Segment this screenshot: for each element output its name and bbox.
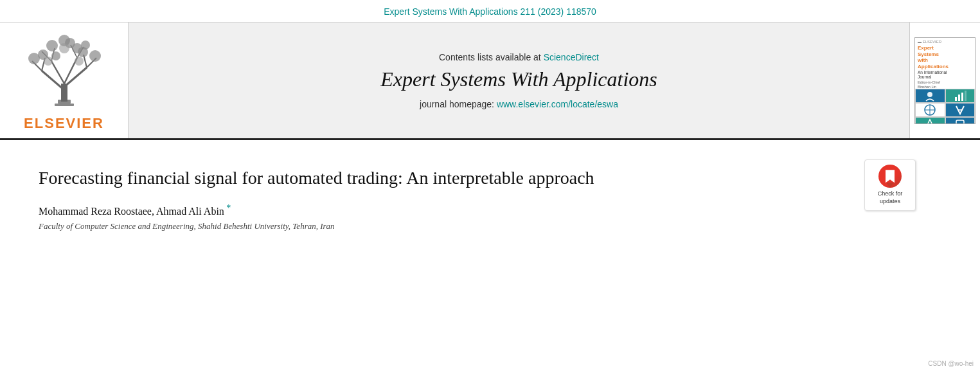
svg-point-26 <box>75 57 84 66</box>
svg-point-17 <box>46 40 58 51</box>
cover-icon-cell-3 <box>915 103 945 117</box>
cover-icon-cell-4 <box>945 103 976 117</box>
cover-journal-title: ExpertSystemswithApplications <box>918 45 972 69</box>
svg-point-28 <box>927 92 932 97</box>
svg-point-24 <box>81 41 90 50</box>
svg-rect-1 <box>55 104 74 106</box>
svg-rect-32 <box>965 91 967 101</box>
svg-point-25 <box>44 57 53 66</box>
svg-rect-31 <box>961 93 963 101</box>
asterisk-marker: * <box>224 203 231 213</box>
elsevier-brand-label: ELSEVIER <box>24 115 104 132</box>
elsevier-tree-icon <box>22 29 106 113</box>
citation-text: Expert Systems With Applications 211 (20… <box>0 0 980 22</box>
homepage-label: journal homepage: <box>420 99 497 109</box>
watermark: CSDN @wo-hei <box>928 360 974 367</box>
homepage-url-link[interactable]: www.elsevier.com/locate/eswa <box>497 99 618 109</box>
affiliation-line: Faculty of Computer Science and Engineer… <box>39 221 941 231</box>
main-content: Check forupdates Forecasting financial s… <box>0 140 980 244</box>
journal-cover-section: ▬ ELSEVIER ExpertSystemswithApplications… <box>909 23 980 138</box>
elsevier-logo-section: ELSEVIER <box>0 23 129 138</box>
cover-icon-cell-1 <box>915 89 945 103</box>
cover-subtitle: An InternationalJournal <box>918 70 972 80</box>
authors-line: Mohammad Reza Roostaee, Ahmad Ali Abin * <box>39 203 941 217</box>
badge-circle-icon <box>878 165 902 188</box>
check-for-updates-badge[interactable]: Check forupdates <box>864 159 916 211</box>
badge-bookmark-icon <box>886 170 895 183</box>
cover-elsevier-label: ▬ ELSEVIER <box>918 40 972 45</box>
svg-rect-37 <box>956 120 964 123</box>
svg-point-18 <box>51 51 60 60</box>
svg-point-23 <box>89 50 101 62</box>
cover-icon-cell-2 <box>945 89 976 103</box>
svg-rect-29 <box>955 97 957 101</box>
authors-text: Mohammad Reza Roostaee, Ahmad Ali Abin <box>39 206 224 217</box>
cover-icons-grid <box>915 89 975 123</box>
badge-label: Check forupdates <box>878 190 903 205</box>
journal-info-center: Contents lists available at ScienceDirec… <box>129 23 909 138</box>
article-title: Forecasting financial signal for automat… <box>39 166 778 190</box>
contents-available-line: Contents lists available at ScienceDirec… <box>439 52 599 62</box>
svg-point-27 <box>59 43 69 53</box>
svg-line-3 <box>42 71 64 90</box>
contents-label: Contents lists available at <box>439 52 544 62</box>
cover-icon-cell-6 <box>945 117 976 123</box>
cover-top-section: ▬ ELSEVIER ExpertSystemswithApplications… <box>915 38 975 89</box>
cover-editor: Editor-in-ChiefBinshan Lin <box>918 80 972 89</box>
header-banner: ELSEVIER Contents lists available at Sci… <box>0 22 980 140</box>
cover-icon-cell-5 <box>915 117 945 123</box>
sciencedirect-link[interactable]: ScienceDirect <box>544 52 599 62</box>
journal-homepage-line: journal homepage: www.elsevier.com/locat… <box>420 99 618 109</box>
journal-title-large: Expert Systems With Applications <box>380 68 657 91</box>
svg-rect-30 <box>958 95 960 101</box>
journal-cover-image: ▬ ELSEVIER ExpertSystemswithApplications… <box>914 37 976 124</box>
